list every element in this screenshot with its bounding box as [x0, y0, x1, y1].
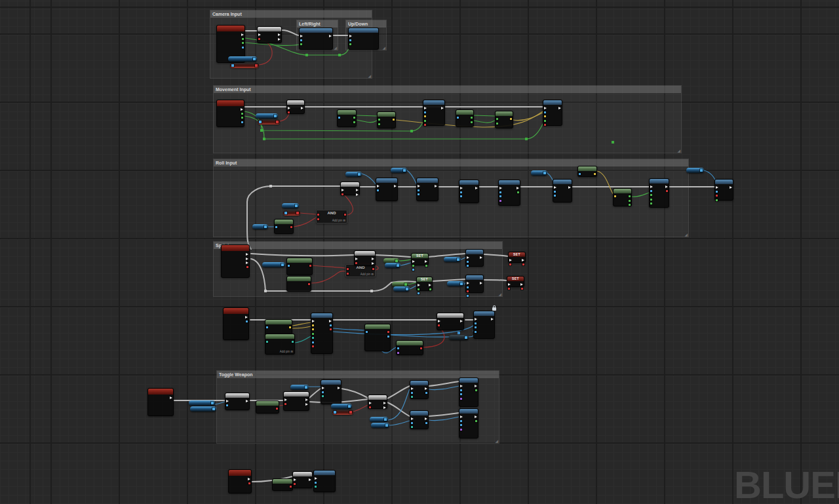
- b-data-pin-l0[interactable]: [275, 226, 277, 228]
- roll-call-node-4[interactable]: [498, 180, 520, 206]
- exec-pin-r0[interactable]: [425, 387, 427, 390]
- camera-var-pill-1[interactable]: [228, 56, 257, 62]
- roll-math-node-2[interactable]: [613, 188, 632, 206]
- b-data-pin-l5[interactable]: [312, 341, 314, 343]
- b-data-pin-r1[interactable]: [246, 320, 248, 322]
- b-data-pin-l1[interactable]: [411, 392, 413, 394]
- g-data-pin[interactable]: [395, 260, 398, 262]
- exec-pin-r0[interactable]: [568, 186, 571, 189]
- exec-pin-l0[interactable]: [418, 284, 420, 286]
- sprint-math-node-1[interactable]: [286, 258, 313, 275]
- reroute-node-0[interactable]: [305, 54, 308, 56]
- g-data-pin-l2[interactable]: [349, 43, 351, 45]
- exec-pin-r0[interactable]: [435, 185, 437, 187]
- r-data-pin-l4[interactable]: [424, 124, 426, 126]
- sprint-set-red-node-2[interactable]: SET: [507, 276, 524, 287]
- comment-movement-input-resize-handle[interactable]: ◢: [677, 149, 680, 153]
- sprint-var-pill-4[interactable]: [444, 257, 461, 262]
- exec-pin-l0[interactable]: [438, 320, 440, 322]
- b-data-pin[interactable]: [212, 408, 215, 410]
- exec-pin-r0[interactable]: [475, 416, 477, 418]
- g-data-pin-r1[interactable]: [629, 200, 631, 202]
- bottom-call-node[interactable]: [313, 470, 336, 492]
- exec-pin-r0[interactable]: [246, 253, 248, 256]
- g-data-pin-r1[interactable]: [353, 121, 355, 123]
- exec-pin-r0[interactable]: [429, 284, 431, 286]
- t-data-pin-l2[interactable]: [411, 396, 413, 398]
- b-data-pin[interactable]: [403, 169, 406, 172]
- exec-pin-r0[interactable]: [248, 478, 250, 480]
- exec-pin-l0[interactable]: [509, 259, 512, 262]
- b-data-pin-l0[interactable]: [457, 117, 459, 119]
- b-data-pin[interactable]: [274, 115, 277, 117]
- b-data-pin[interactable]: [700, 169, 703, 172]
- b-data-pin-l1[interactable]: [460, 191, 462, 193]
- toggle-call-node-2[interactable]: [410, 380, 429, 399]
- b-data-pin-l1[interactable]: [411, 422, 413, 424]
- add-pin-label[interactable]: Add pin ⊞: [332, 219, 345, 222]
- b-data-pin[interactable]: [211, 402, 214, 404]
- exec-pin-r0[interactable]: [665, 185, 668, 188]
- sprint-call-node-1[interactable]: [465, 249, 484, 267]
- reroute-node-4[interactable]: [410, 130, 413, 132]
- exec-pin-r0[interactable]: [245, 316, 248, 319]
- toggle-math-node-1[interactable]: [256, 400, 279, 414]
- r-data-pin-r1[interactable]: [522, 263, 524, 265]
- exec-pin-r0[interactable]: [475, 187, 478, 189]
- r-data-pin-r0[interactable]: [372, 268, 374, 270]
- g-data-pin-r2[interactable]: [629, 204, 631, 206]
- bottom-math-node[interactable]: [272, 478, 293, 491]
- exec-pin-l0[interactable]: [322, 387, 324, 389]
- exec-pin-l0[interactable]: [258, 33, 261, 36]
- g-data-pin-l1[interactable]: [412, 265, 414, 267]
- b-data-pin-l0[interactable]: [366, 331, 368, 333]
- b-data-pin-l2[interactable]: [460, 424, 462, 426]
- exec-pin-l0[interactable]: [312, 320, 315, 322]
- b-data-pin-l1[interactable]: [322, 391, 324, 393]
- exec-pin-l0[interactable]: [226, 400, 229, 402]
- roll-branch-node[interactable]: [340, 182, 360, 195]
- g-data-pin-l3[interactable]: [424, 120, 426, 122]
- r-data-pin-r0[interactable]: [387, 331, 389, 333]
- exec-pin-r0[interactable]: [241, 33, 244, 36]
- exec-pin-r0[interactable]: [425, 260, 427, 263]
- exec-pin-r0[interactable]: [394, 185, 397, 187]
- b-data-pin[interactable]: [259, 121, 262, 123]
- b-data-pin-l1[interactable]: [226, 404, 228, 406]
- b-data-pin-r3[interactable]: [242, 47, 244, 48]
- g-data-pin-l0[interactable]: [496, 118, 498, 120]
- movement-var-pill-1[interactable]: [256, 113, 278, 119]
- exec-pin-r1[interactable]: [383, 406, 386, 409]
- exec-pin-r0[interactable]: [305, 398, 308, 401]
- r-data-pin-l2[interactable]: [467, 290, 469, 292]
- r-data-pin-l2[interactable]: [716, 195, 718, 197]
- g-data-pin-l1[interactable]: [496, 123, 498, 125]
- g-data-pin-l3[interactable]: [312, 333, 314, 335]
- exec-pin-l0[interactable]: [650, 185, 653, 188]
- b-data-pin[interactable]: [231, 64, 234, 67]
- b-data-pin[interactable]: [460, 282, 463, 285]
- exec-pin-l0[interactable]: [467, 282, 469, 284]
- r-data-pin-l6[interactable]: [312, 345, 314, 347]
- sprint-set-red-node-1[interactable]: SET: [508, 252, 526, 263]
- exec-pin-r0[interactable]: [356, 189, 359, 191]
- bottom-branch-node[interactable]: [292, 471, 313, 488]
- toggle-var-pill-2[interactable]: [190, 406, 216, 412]
- exec-pin-r0[interactable]: [730, 186, 732, 189]
- camera-var-pill-2[interactable]: [230, 63, 259, 68]
- y-data-pin-r0[interactable]: [510, 118, 512, 120]
- movement-math-node-3[interactable]: [456, 109, 474, 127]
- b-data-pin-l0[interactable]: [266, 326, 268, 328]
- b-data-pin-r1[interactable]: [330, 324, 332, 326]
- exec-pin-r0[interactable]: [278, 33, 281, 36]
- toggle-branch-node-1[interactable]: [225, 393, 250, 410]
- interact-var-pill[interactable]: [449, 335, 469, 340]
- sprint-event-node[interactable]: [221, 244, 250, 278]
- toggle-var-pill-3[interactable]: [290, 385, 309, 390]
- r-data-pin-r2[interactable]: [330, 328, 332, 330]
- left-right-axis-node[interactable]: [299, 28, 333, 50]
- b-data-pin-l1[interactable]: [475, 322, 477, 324]
- interact-math-node-2[interactable]: Add pin ⊞: [265, 334, 295, 355]
- r-data-pin-r0[interactable]: [290, 486, 292, 488]
- toggle-var-pill-7[interactable]: [371, 423, 389, 428]
